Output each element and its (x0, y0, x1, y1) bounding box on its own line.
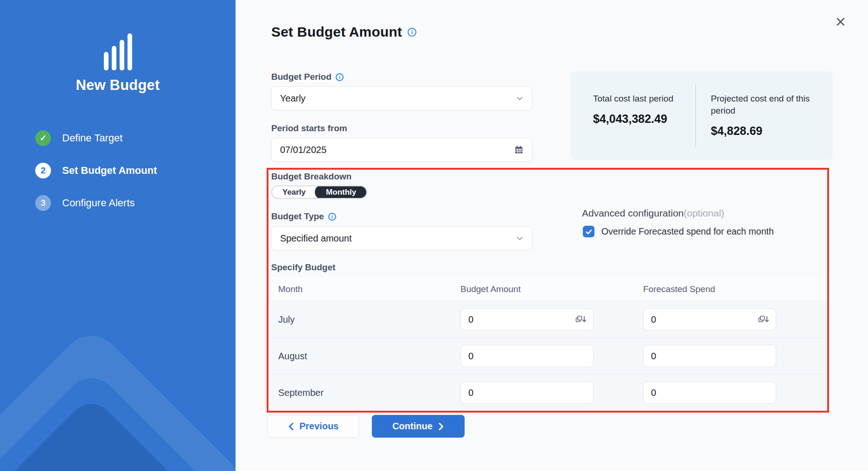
close-icon[interactable]: × (836, 13, 846, 31)
budget-breakdown-label: Budget Breakdown (271, 172, 351, 182)
budget-period-label: Budget Period i (271, 72, 344, 82)
budget-type-select[interactable]: Specified amount (271, 226, 532, 250)
step-label: Set Budget Amount (62, 165, 157, 177)
step-label: Configure Alerts (62, 197, 135, 209)
wizard-title: New Budget (0, 77, 236, 94)
month-cell: July (271, 314, 460, 325)
info-icon[interactable]: i (408, 28, 416, 37)
month-cell: August (271, 351, 460, 362)
period-starts-label: Period starts from (271, 123, 347, 134)
budget-amount-input[interactable] (468, 351, 587, 362)
toggle-option-monthly[interactable]: Monthly (315, 185, 367, 199)
stat-label: Total cost last period (593, 93, 693, 105)
advanced-config-title: Advanced configuration(optional) (582, 208, 724, 219)
toggle-option-yearly[interactable]: Yearly (272, 185, 316, 199)
wizard-steps: ✓ Define Target 2 Set Budget Amount 3 Co… (35, 129, 157, 226)
specify-budget-table: Month Budget Amount Forecasted Spend Jul… (271, 277, 829, 411)
table-header: Month Budget Amount Forecasted Spend (271, 277, 829, 301)
stat-value: $4,043,382.49 (593, 112, 696, 126)
cost-stats-card: Total cost last period $4,043,382.49 Pro… (571, 71, 833, 160)
bar-chart-icon (0, 33, 236, 72)
step-done-check-icon: ✓ (35, 130, 51, 146)
step-label: Define Target (62, 132, 122, 144)
budget-period-select[interactable]: Yearly (271, 86, 532, 110)
info-icon[interactable]: i (336, 73, 344, 81)
set-budget-panel: × Set Budget Amount i Budget Period i Ye… (236, 0, 868, 471)
chevron-left-icon (288, 422, 294, 431)
column-header-budget-amount: Budget Amount (460, 284, 643, 294)
step-configure-alerts[interactable]: 3 Configure Alerts (35, 194, 157, 212)
step-set-budget-amount[interactable]: 2 Set Budget Amount (35, 161, 157, 180)
period-starts-value: 07/01/2025 (280, 145, 326, 155)
calendar-icon (514, 145, 523, 154)
previous-button[interactable]: Previous (268, 415, 359, 438)
override-forecast-checkbox[interactable] (583, 226, 594, 237)
checkmark-icon (585, 228, 593, 236)
forecasted-spend-input[interactable] (651, 388, 769, 398)
override-forecast-label: Override Forecasted spend for each month (601, 226, 774, 237)
info-icon[interactable]: i (328, 213, 336, 221)
continue-button[interactable]: Continue (372, 415, 465, 438)
specify-budget-label: Specify Budget (271, 262, 335, 273)
previous-label: Previous (300, 421, 338, 432)
step-define-target[interactable]: ✓ Define Target (35, 129, 157, 147)
period-starts-input[interactable]: 07/01/2025 (271, 138, 532, 162)
optional-label: (optional) (684, 208, 725, 218)
chevron-down-icon (516, 235, 523, 242)
page-title: Set Budget Amount (271, 24, 402, 40)
chevron-down-icon (516, 95, 523, 102)
continue-label: Continue (392, 421, 433, 432)
table-row: September (271, 375, 829, 411)
forecasted-spend-input[interactable] (651, 314, 758, 325)
budget-breakdown-toggle: Yearly Monthly (271, 185, 367, 199)
wizard-sidebar: New Budget ✓ Define Target 2 Set Budget … (0, 0, 236, 471)
budget-amount-input[interactable] (468, 388, 587, 398)
budget-amount-input[interactable] (468, 314, 575, 325)
forecasted-spend-input[interactable] (651, 351, 769, 362)
column-header-month: Month (271, 284, 460, 294)
column-header-forecasted-spend: Forecasted Spend (643, 284, 829, 294)
table-row: July (271, 301, 829, 338)
budget-type-value: Specified amount (280, 233, 352, 244)
chevron-right-icon (438, 422, 444, 431)
step-number: 2 (35, 163, 51, 178)
copy-down-icon[interactable] (758, 315, 769, 324)
table-row: August (271, 338, 829, 375)
stat-value: $4,828.69 (711, 124, 811, 138)
month-cell: September (271, 388, 460, 398)
budget-period-value: Yearly (280, 93, 306, 104)
budget-type-label: Budget Type i (271, 211, 336, 222)
step-number: 3 (35, 195, 51, 211)
stat-label: Projected cost end of this period (711, 93, 811, 117)
copy-down-icon[interactable] (575, 315, 587, 324)
